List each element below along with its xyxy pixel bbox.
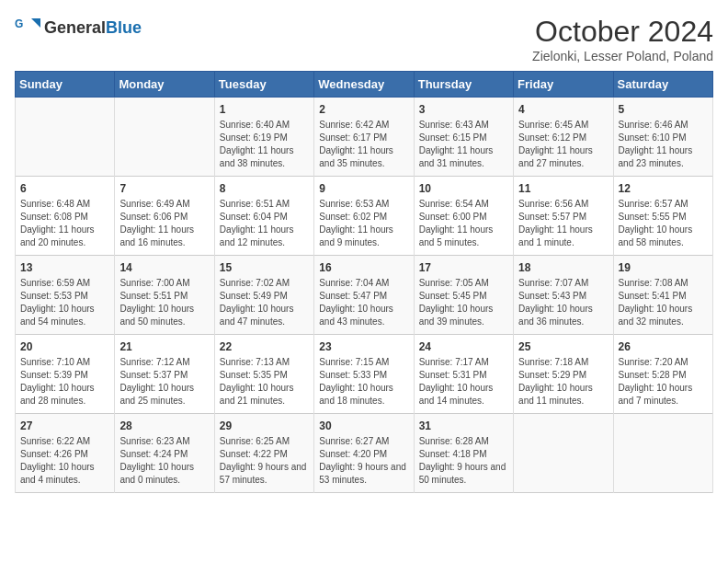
day-number: 21 [119, 340, 209, 353]
day-number: 30 [319, 419, 408, 432]
cell-text: Sunrise: 7:13 AM Sunset: 5:35 PM Dayligh… [220, 356, 309, 408]
calendar-week-row: 6Sunrise: 6:48 AM Sunset: 6:08 PM Daylig… [16, 177, 713, 256]
day-number: 10 [419, 182, 508, 195]
calendar-week-row: 20Sunrise: 7:10 AM Sunset: 5:39 PM Dayli… [16, 335, 713, 414]
column-header-thursday: Thursday [414, 72, 513, 98]
calendar-cell: 19Sunrise: 7:08 AM Sunset: 5:41 PM Dayli… [613, 256, 712, 335]
page-header: G GeneralBlue October 2024 Zielonki, Les… [15, 15, 713, 63]
logo-blue-text: Blue [106, 18, 142, 37]
day-number: 16 [319, 261, 408, 274]
calendar-cell: 14Sunrise: 7:00 AM Sunset: 5:51 PM Dayli… [115, 256, 214, 335]
title-block: October 2024 Zielonki, Lesser Poland, Po… [532, 15, 713, 63]
calendar-cell: 13Sunrise: 6:59 AM Sunset: 5:53 PM Dayli… [16, 256, 115, 335]
day-number: 17 [419, 261, 508, 274]
column-header-saturday: Saturday [613, 72, 712, 98]
calendar-cell: 16Sunrise: 7:04 AM Sunset: 5:47 PM Dayli… [314, 256, 414, 335]
calendar-cell: 2Sunrise: 6:42 AM Sunset: 6:17 PM Daylig… [314, 98, 414, 177]
svg-marker-1 [31, 18, 40, 28]
cell-text: Sunrise: 7:04 AM Sunset: 5:47 PM Dayligh… [319, 277, 408, 328]
day-number: 27 [20, 419, 109, 432]
cell-text: Sunrise: 6:53 AM Sunset: 6:02 PM Dayligh… [319, 198, 408, 249]
day-number: 8 [220, 182, 309, 195]
calendar-cell: 15Sunrise: 7:02 AM Sunset: 5:49 PM Dayli… [214, 256, 313, 335]
day-number: 18 [518, 261, 608, 274]
cell-text: Sunrise: 7:12 AM Sunset: 5:37 PM Dayligh… [119, 356, 209, 408]
logo-general-text: General [44, 18, 106, 37]
calendar-cell: 26Sunrise: 7:20 AM Sunset: 5:28 PM Dayli… [613, 335, 712, 414]
column-header-friday: Friday [514, 72, 613, 98]
header-row: SundayMondayTuesdayWednesdayThursdayFrid… [16, 72, 713, 98]
column-header-tuesday: Tuesday [214, 72, 313, 98]
day-number: 11 [518, 182, 608, 195]
day-number: 31 [419, 419, 508, 432]
cell-text: Sunrise: 6:48 AM Sunset: 6:08 PM Dayligh… [20, 198, 109, 249]
day-number: 7 [119, 182, 209, 195]
column-header-wednesday: Wednesday [314, 72, 414, 98]
day-number: 29 [220, 419, 309, 432]
calendar-cell: 3Sunrise: 6:43 AM Sunset: 6:15 PM Daylig… [414, 98, 513, 177]
cell-text: Sunrise: 7:02 AM Sunset: 5:49 PM Dayligh… [220, 277, 309, 328]
day-number: 25 [518, 340, 608, 353]
calendar-table: SundayMondayTuesdayWednesdayThursdayFrid… [15, 71, 713, 493]
day-number: 9 [319, 182, 408, 195]
cell-text: Sunrise: 6:56 AM Sunset: 5:57 PM Dayligh… [518, 198, 608, 249]
day-number: 2 [319, 103, 408, 116]
calendar-cell: 8Sunrise: 6:51 AM Sunset: 6:04 PM Daylig… [214, 177, 313, 256]
svg-text:G: G [15, 17, 23, 30]
calendar-cell: 12Sunrise: 6:57 AM Sunset: 5:55 PM Dayli… [613, 177, 712, 256]
calendar-cell: 17Sunrise: 7:05 AM Sunset: 5:45 PM Dayli… [414, 256, 513, 335]
calendar-cell: 6Sunrise: 6:48 AM Sunset: 6:08 PM Daylig… [16, 177, 115, 256]
calendar-cell: 28Sunrise: 6:23 AM Sunset: 4:24 PM Dayli… [115, 414, 214, 493]
calendar-cell [16, 98, 115, 177]
logo: G GeneralBlue [15, 15, 142, 40]
cell-text: Sunrise: 7:05 AM Sunset: 5:45 PM Dayligh… [419, 277, 508, 328]
cell-text: Sunrise: 6:49 AM Sunset: 6:06 PM Dayligh… [119, 198, 209, 249]
day-number: 22 [220, 340, 309, 353]
calendar-cell: 27Sunrise: 6:22 AM Sunset: 4:26 PM Dayli… [16, 414, 115, 493]
calendar-cell: 29Sunrise: 6:25 AM Sunset: 4:22 PM Dayli… [214, 414, 313, 493]
calendar-cell: 25Sunrise: 7:18 AM Sunset: 5:29 PM Dayli… [514, 335, 613, 414]
cell-text: Sunrise: 6:23 AM Sunset: 4:24 PM Dayligh… [119, 435, 209, 487]
calendar-cell [115, 98, 214, 177]
day-number: 13 [20, 261, 109, 274]
day-number: 4 [518, 103, 608, 116]
cell-text: Sunrise: 7:20 AM Sunset: 5:28 PM Dayligh… [619, 356, 708, 408]
calendar-cell [613, 414, 712, 493]
cell-text: Sunrise: 7:07 AM Sunset: 5:43 PM Dayligh… [518, 277, 608, 328]
calendar-cell: 23Sunrise: 7:15 AM Sunset: 5:33 PM Dayli… [314, 335, 414, 414]
day-number: 24 [419, 340, 508, 353]
calendar-cell: 22Sunrise: 7:13 AM Sunset: 5:35 PM Dayli… [214, 335, 313, 414]
calendar-cell: 5Sunrise: 6:46 AM Sunset: 6:10 PM Daylig… [613, 98, 712, 177]
column-header-sunday: Sunday [16, 72, 115, 98]
cell-text: Sunrise: 7:08 AM Sunset: 5:41 PM Dayligh… [619, 277, 708, 328]
day-number: 28 [119, 419, 209, 432]
calendar-week-row: 27Sunrise: 6:22 AM Sunset: 4:26 PM Dayli… [16, 414, 713, 493]
calendar-cell [514, 414, 613, 493]
day-number: 3 [419, 103, 508, 116]
calendar-cell: 30Sunrise: 6:27 AM Sunset: 4:20 PM Dayli… [314, 414, 414, 493]
cell-text: Sunrise: 6:28 AM Sunset: 4:18 PM Dayligh… [419, 435, 508, 487]
cell-text: Sunrise: 6:40 AM Sunset: 6:19 PM Dayligh… [220, 119, 309, 170]
calendar-cell: 24Sunrise: 7:17 AM Sunset: 5:31 PM Dayli… [414, 335, 513, 414]
calendar-cell: 4Sunrise: 6:45 AM Sunset: 6:12 PM Daylig… [514, 98, 613, 177]
day-number: 5 [619, 103, 708, 116]
cell-text: Sunrise: 6:51 AM Sunset: 6:04 PM Dayligh… [220, 198, 309, 249]
cell-text: Sunrise: 6:54 AM Sunset: 6:00 PM Dayligh… [419, 198, 508, 249]
cell-text: Sunrise: 6:45 AM Sunset: 6:12 PM Dayligh… [518, 119, 608, 170]
column-header-monday: Monday [115, 72, 214, 98]
day-number: 12 [619, 182, 708, 195]
location-title: Zielonki, Lesser Poland, Poland [532, 49, 713, 63]
day-number: 26 [619, 340, 708, 353]
calendar-week-row: 13Sunrise: 6:59 AM Sunset: 5:53 PM Dayli… [16, 256, 713, 335]
calendar-cell: 31Sunrise: 6:28 AM Sunset: 4:18 PM Dayli… [414, 414, 513, 493]
cell-text: Sunrise: 7:00 AM Sunset: 5:51 PM Dayligh… [119, 277, 209, 328]
cell-text: Sunrise: 6:27 AM Sunset: 4:20 PM Dayligh… [319, 435, 408, 487]
calendar-cell: 7Sunrise: 6:49 AM Sunset: 6:06 PM Daylig… [115, 177, 214, 256]
calendar-cell: 10Sunrise: 6:54 AM Sunset: 6:00 PM Dayli… [414, 177, 513, 256]
day-number: 1 [220, 103, 309, 116]
cell-text: Sunrise: 6:25 AM Sunset: 4:22 PM Dayligh… [220, 435, 309, 487]
cell-text: Sunrise: 6:46 AM Sunset: 6:10 PM Dayligh… [619, 119, 708, 170]
month-title: October 2024 [532, 15, 713, 49]
day-number: 19 [619, 261, 708, 274]
cell-text: Sunrise: 7:17 AM Sunset: 5:31 PM Dayligh… [419, 356, 508, 408]
